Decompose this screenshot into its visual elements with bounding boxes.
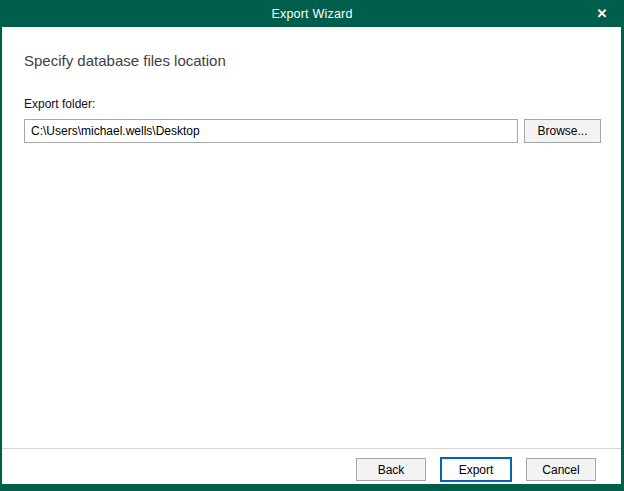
export-wizard-dialog: Export Wizard ✕ Specify database files l… (0, 0, 624, 491)
page-title: Specify database files location (24, 52, 226, 69)
close-icon: ✕ (597, 7, 608, 20)
footer-separator (2, 448, 621, 449)
window-title: Export Wizard (271, 7, 352, 21)
cancel-button[interactable]: Cancel (526, 458, 596, 481)
export-folder-label: Export folder: (24, 97, 95, 111)
back-button[interactable]: Back (356, 458, 426, 481)
titlebar: Export Wizard ✕ (0, 0, 624, 27)
browse-button[interactable]: Browse... (524, 119, 601, 143)
export-folder-input[interactable] (24, 119, 518, 143)
export-button[interactable]: Export (440, 457, 512, 482)
close-button[interactable]: ✕ (580, 0, 624, 27)
